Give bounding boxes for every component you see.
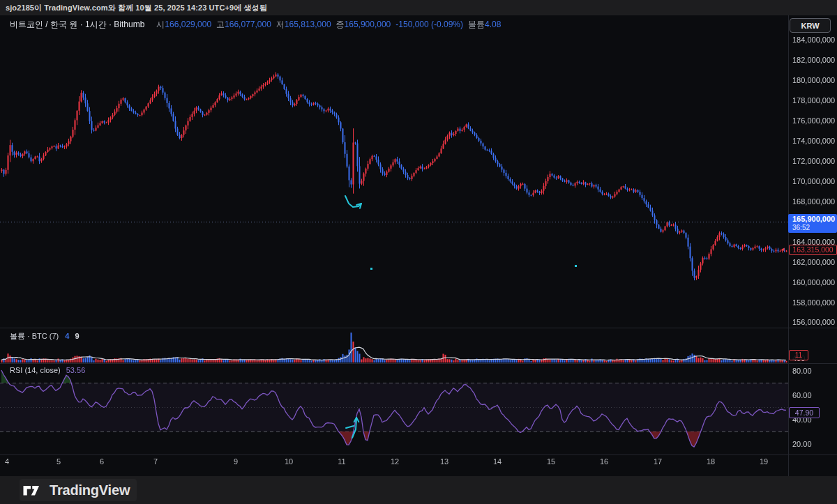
time-axis-tick: 16: [600, 457, 608, 466]
time-axis-tick: 12: [391, 457, 399, 466]
rsi-axis-tick: 20.00: [788, 439, 837, 449]
price-axis-tick: 168,000,000: [788, 197, 837, 206]
rsi-axis-tick: 60.00: [788, 390, 837, 400]
rsi-last-value-badge: 47.90: [789, 407, 820, 418]
alert-arrow-icon: ◂: [781, 245, 785, 252]
volume-label: 볼륨: [468, 19, 485, 31]
symbol-legend[interactable]: 비트코인 / 한국 원 · 1시간 · Bithumb 시 166,029,00…: [10, 19, 501, 31]
price-axis-tick: 160,000,000: [788, 277, 837, 287]
price-axis-tick: 184,000,000: [788, 35, 837, 45]
time-axis-tick: 6: [100, 457, 104, 466]
close-value: 165,900,000: [345, 20, 391, 29]
high-value: 166,077,000: [225, 20, 271, 29]
time-axis-tick: 15: [547, 457, 555, 466]
price-axis-tick: 178,000,000: [788, 96, 837, 105]
time-axis-tick: 10: [285, 457, 293, 466]
price-axis-tick: 180,000,000: [788, 75, 837, 85]
price-axis-tick: 158,000,000: [788, 298, 837, 307]
rsi-axis-tick: 80.00: [788, 366, 837, 376]
price-axis-tick: 172,000,000: [788, 156, 837, 166]
tradingview-logo-icon: [22, 482, 43, 498]
rsi-indicator-legend[interactable]: RSI (14, close) 53.56: [10, 366, 85, 374]
bar-countdown: 36:52: [792, 224, 837, 231]
low-label: 저: [276, 19, 285, 31]
time-axis-tick: 14: [493, 457, 502, 466]
pane-separator-price-volume[interactable]: [0, 328, 837, 328]
time-axis-tick: 19: [760, 457, 768, 466]
time-axis-tick: 9: [234, 457, 238, 466]
low-value: 165,813,000: [285, 20, 331, 29]
symbol-title: 비트코인 / 한국 원 · 1시간 · Bithumb: [10, 19, 144, 31]
price-axis-tick: 182,000,000: [788, 55, 837, 65]
volume-value: 4.08: [485, 20, 501, 29]
attribution-text: sjo2185이 TradingView.com와 함께 10월 25, 202…: [6, 3, 267, 13]
price-axis-tick: 174,000,000: [788, 136, 837, 146]
last-price-badge: 165,900,000 36:52: [788, 214, 837, 233]
volume-current-value: 4: [65, 332, 69, 340]
time-axis-tick: 7: [153, 457, 158, 466]
volume-ma-value: 9: [75, 332, 79, 340]
time-axis-tick: 13: [440, 457, 448, 466]
price-axis-tick: 162,000,000: [788, 257, 837, 267]
last-price-value: 165,900,000: [792, 215, 837, 224]
rsi-current-value: 53.56: [66, 366, 86, 374]
time-axis-tick: 5: [56, 457, 61, 466]
time-axis-separator: [0, 455, 837, 455]
currency-toggle-button[interactable]: KRW: [790, 18, 831, 33]
change-value: -150,000 (-0.09%): [395, 20, 463, 29]
high-label: 고: [216, 19, 225, 31]
time-axis-tick: 17: [654, 457, 662, 466]
volume-indicator-legend[interactable]: 볼륨 · BTC (7) 4 9: [10, 331, 80, 342]
rsi-indicator-title: RSI (14, close): [10, 366, 61, 374]
tradingview-logo[interactable]: TradingView: [20, 479, 137, 501]
alert-price-label[interactable]: 163,315,000: [789, 245, 837, 255]
volume-indicator-title: 볼륨 · BTC (7): [10, 331, 59, 342]
open-label: 시: [156, 19, 165, 31]
attribution-bar: sjo2185이 TradingView.com와 함께 10월 25, 202…: [0, 0, 837, 16]
tradingview-snapshot: sjo2185이 TradingView.com와 함께 10월 25, 202…: [0, 0, 837, 504]
chart-region: 비트코인 / 한국 원 · 1시간 · Bithumb 시 166,029,00…: [0, 15, 837, 476]
time-axis-tick: 4: [5, 457, 9, 466]
tradingview-wordmark: TradingView: [50, 482, 130, 498]
footer-bar: TradingView: [0, 476, 837, 504]
volume-last-value-badge: 11: [789, 350, 808, 360]
pane-separator-volume-rsi[interactable]: [0, 363, 837, 364]
price-axis-tick: 156,000,000: [788, 317, 837, 327]
price-axis-tick: 170,000,000: [788, 176, 837, 186]
time-axis-tick: 18: [707, 457, 715, 466]
price-chart-canvas[interactable]: [0, 15, 837, 476]
price-axis-tick: 176,000,000: [788, 116, 837, 125]
time-axis-tick: 11: [338, 457, 345, 466]
open-value: 166,029,000: [165, 20, 211, 29]
close-label: 종: [336, 19, 345, 31]
